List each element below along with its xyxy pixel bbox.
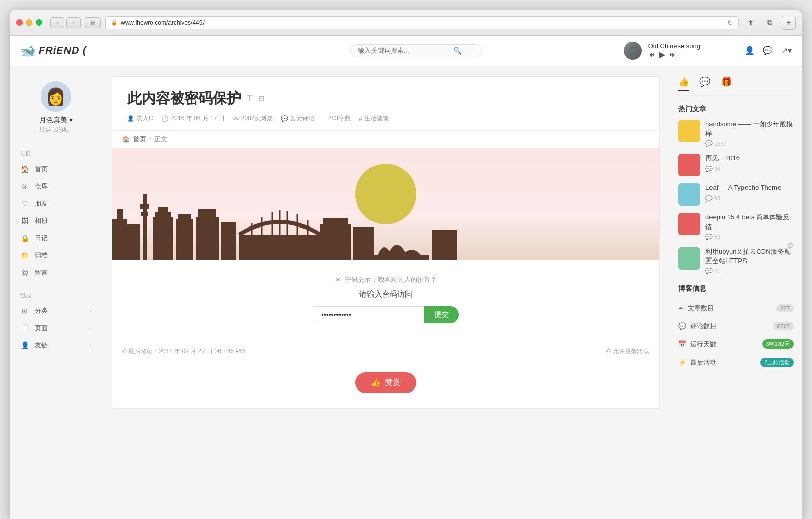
settings-icon[interactable]: ⚙ (787, 240, 794, 250)
play-pause-button[interactable]: ▶ (659, 50, 665, 59)
comment-count-icon: 💬 (705, 268, 713, 274)
comment-count-icon: 💬 (705, 234, 713, 240)
thumbs-up-icon: 👍 (370, 378, 381, 387)
password-section: 👁 密码提示：我喜欢的人的拼音？ 请输入密码访问 提交 (112, 260, 659, 341)
text-format-icon: T (247, 94, 252, 103)
forward-button[interactable]: › (66, 17, 81, 28)
blog-info-item-articles: ✒ 文章数目 227 (678, 300, 794, 317)
maximize-button[interactable] (36, 19, 42, 26)
eye-icon: 👁 (233, 115, 239, 122)
article-info: deepin 15.4 beta 简单体验反馈 💬 89 (705, 213, 794, 240)
sidebar-item-pages[interactable]: 📄 页面 › (10, 319, 101, 337)
breadcrumb-separator: / (149, 136, 151, 143)
tab-like[interactable]: 👍 (678, 76, 689, 91)
right-sidebar: 👍 💬 🎁 ⚙ 热门文章 handsome —— 一如少年般模样 💬 1557 (670, 66, 802, 424)
lock-icon: 🔒 (111, 19, 118, 26)
tab-gift[interactable]: 🎁 (721, 76, 732, 90)
user-name[interactable]: 月色真美 ▾ (39, 116, 73, 125)
share-button[interactable]: ⬆ (743, 17, 758, 28)
site-header: 🐋 FRiEND ( 🔍 🎵 Old Chinese song ⏮ ▶ ⏭ (10, 36, 802, 66)
hot-articles-title: 热门文章 (678, 105, 794, 114)
sidebar: 👩 月色真美 ▾ 只要心还跳。 导航 🏠 首页 ⑤ 仓库 ♡ 朋友 (10, 66, 101, 424)
article-title-link[interactable]: Leaf — A Typecho Theme (705, 183, 794, 192)
svg-rect-5 (141, 212, 148, 216)
sidebar-item-label: 页面 (35, 323, 85, 333)
sidebar-item-label: 分类 (35, 306, 85, 315)
modified-date: © 最后修改：2018 年 09 月 27 日 06：46 PM (122, 347, 245, 356)
hot-article-item: handsome —— 一如少年般模样 💬 1557 (678, 120, 794, 147)
article-footer: © 最后修改：2018 年 09 月 27 日 06：46 PM © 允许规范转… (112, 341, 659, 362)
traffic-lights (16, 19, 42, 26)
logo-text: FRiEND ( (39, 45, 87, 56)
sidebar-item-label: 朋友 (35, 199, 91, 208)
sidebar-item-repo[interactable]: ⑤ 仓库 (10, 178, 101, 195)
blog-info-label: ⚡ 最后活动 (678, 358, 717, 367)
music-title: Old Chinese song (648, 42, 700, 50)
prev-track-button[interactable]: ⏮ (648, 50, 655, 58)
sidebar-item-home[interactable]: 🏠 首页 (10, 160, 101, 178)
content-area: 此内容被密码保护 T ⊟ 👤 友人C 🕐 2016 年 06 月 17 日 (101, 66, 670, 424)
music-info: Old Chinese song ⏮ ▶ ⏭ (648, 42, 700, 59)
svg-rect-25 (374, 255, 429, 260)
svg-rect-4 (140, 204, 149, 209)
search-icon[interactable]: 🔍 (453, 47, 462, 55)
blog-info-label: ✒ 文章数目 (678, 304, 714, 313)
logo-whale-icon: 🐋 (20, 44, 36, 58)
article-count-badge: 227 (776, 304, 794, 312)
breadcrumb-home[interactable]: 首页 (133, 135, 146, 144)
search-input[interactable] (358, 47, 449, 54)
sidebar-item-friends[interactable]: ♡ 朋友 (10, 195, 101, 212)
svg-rect-9 (176, 219, 193, 260)
new-tab-button[interactable]: + (782, 16, 796, 30)
music-player: 🎵 Old Chinese song ⏮ ▶ ⏭ (624, 42, 700, 60)
minimize-button[interactable] (26, 19, 32, 26)
meta-tag: # 生活随笔 (359, 114, 389, 123)
breadcrumb-current: 正文 (154, 135, 167, 144)
sidebar-item-diary[interactable]: 🔒 日记 (10, 230, 101, 247)
sidebar-item-message[interactable]: @ 留言 (10, 264, 101, 281)
url-bar[interactable]: 🔒 www.ihewro.com/archives/445/ ↻ (105, 16, 739, 29)
sidebar-item-links[interactable]: 👤 友链 › (10, 337, 101, 354)
tab-manage-button[interactable]: ⧉ (762, 17, 777, 28)
article-info: 利用upyun又拍云CDN服务配置全站HTTPS 💬 61 (705, 247, 794, 274)
refresh-icon[interactable]: ↻ (727, 19, 733, 27)
search-area: 🔍 (350, 44, 553, 57)
article-thumb-4 (678, 213, 700, 235)
music-album-art: 🎵 (624, 42, 642, 60)
next-track-button[interactable]: ⏭ (669, 50, 676, 58)
sidebar-item-category[interactable]: ⊞ 分类 › (10, 302, 101, 319)
tab-switcher[interactable]: ▤ (85, 17, 101, 28)
password-field[interactable] (313, 306, 424, 323)
archive-icon: 📁 (20, 251, 29, 260)
sidebar-item-label: 首页 (35, 165, 91, 174)
article-comments: 💬 96 (705, 166, 794, 172)
blog-info-item-comments: 💬 评论数目 6567 (678, 317, 794, 335)
password-submit-button[interactable]: 提交 (424, 306, 459, 323)
article-title-link[interactable]: 利用upyun又拍云CDN服务配置全站HTTPS (705, 247, 794, 266)
article-comments: 💬 89 (705, 234, 794, 240)
user-icon[interactable]: 👤 (745, 46, 755, 55)
last-activity-badge: 2上前活动 (760, 358, 794, 367)
back-button[interactable]: ‹ (50, 17, 64, 28)
notification-icon[interactable]: 💬 (763, 46, 773, 55)
clock-icon: 🕐 (161, 115, 169, 122)
article-title-link[interactable]: 再见，2016 (705, 154, 794, 163)
sidebar-item-album[interactable]: 🖼 相册 (10, 212, 101, 230)
close-button[interactable] (16, 19, 23, 26)
share-options-icon[interactable]: ↗▾ (781, 46, 792, 55)
password-form: 提交 (112, 306, 659, 323)
album-icon: 🖼 (20, 217, 29, 225)
sidebar-item-archive[interactable]: 📁 归档 (10, 247, 101, 264)
meta-views: 👁 2002次浏览 (233, 114, 273, 123)
cityscape-svg (112, 189, 457, 260)
user-section: 👩 月色真美 ▾ 只要心还跳。 (10, 76, 101, 144)
like-button[interactable]: 👍 赞赏 (355, 372, 416, 393)
comment-icon: 💬 (678, 322, 686, 330)
svg-rect-6 (153, 217, 173, 260)
article-title-link[interactable]: deepin 15.4 beta 简单体验反馈 (705, 213, 794, 231)
article-meta: 👤 友人C 🕐 2016 年 06 月 17 日 👁 2002次浏览 (127, 114, 644, 123)
meta-words: ≡ 283字数 (323, 114, 350, 123)
tab-comment[interactable]: 💬 (699, 76, 710, 90)
browser-window: ‹ › ▤ 🔒 www.ihewro.com/archives/445/ ↻ ⬆… (10, 10, 802, 519)
article-title-link[interactable]: handsome —— 一如少年般模样 (705, 120, 794, 138)
